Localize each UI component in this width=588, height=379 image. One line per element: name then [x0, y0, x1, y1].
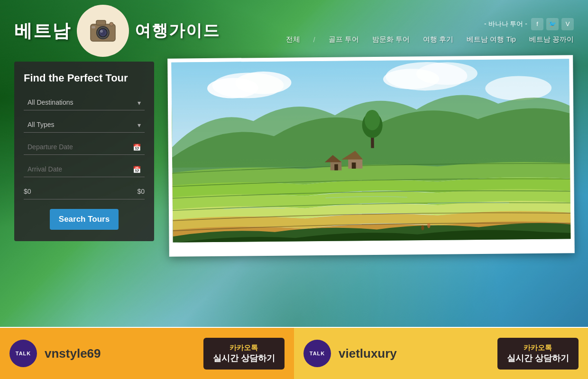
- hero-image-frame: [167, 55, 575, 256]
- panel-title: Find the Perfect Tour: [24, 72, 145, 84]
- main-content: Find the Perfect Tour All Destinations H…: [0, 62, 588, 255]
- logo-area: 베트남 여행가이드: [14, 5, 220, 57]
- header: 베트남 여행가이드: [0, 0, 588, 62]
- kakao-bottom-left: 실시간 상담하기: [213, 352, 275, 364]
- kakao-bottom-right: 실시간 상담하기: [507, 352, 569, 364]
- kakao-talk-left-icon: TALK: [9, 340, 37, 367]
- banner-right: TALK vietluxury 카카오톡 실시간 상담하기: [294, 328, 588, 379]
- type-select[interactable]: All Types Cultural Adventure Beach Golf …: [24, 117, 145, 133]
- destination-select[interactable]: All Destinations Ha Noi Ho Chi Minh Da N…: [24, 95, 145, 110]
- logo-text-left: 베트남: [14, 19, 71, 43]
- talk-label-left: TALK: [16, 351, 31, 356]
- bottom-banners: TALK vnstyle69 카카오톡 실시간 상담하기 TALK vietlu…: [0, 328, 588, 379]
- talk-label-right: TALK: [310, 351, 325, 356]
- username-left: vnstyle69: [45, 346, 196, 361]
- nav-review[interactable]: 여행 후기: [423, 35, 453, 44]
- nav-nightlife[interactable]: 밤문화 투어: [372, 35, 410, 44]
- social-icons: f 🐦 V: [531, 18, 574, 30]
- top-bar: - 바나나 투어 - f 🐦 V: [484, 18, 574, 30]
- price-min-label: $0: [24, 188, 31, 195]
- departure-field: 📅: [24, 139, 145, 155]
- svg-rect-6: [92, 26, 95, 28]
- twitter-icon[interactable]: 🐦: [546, 18, 559, 30]
- arrival-input[interactable]: [24, 162, 145, 177]
- tagline-text: - 바나나 투어 -: [484, 20, 527, 28]
- hero-image-container: [168, 57, 574, 255]
- kakao-top-left: 카카오톡: [213, 343, 275, 352]
- price-range-row: $0 $0: [24, 184, 145, 199]
- nav-golf[interactable]: 골프 투어: [329, 35, 359, 44]
- nav-all[interactable]: 전체: [286, 35, 300, 44]
- facebook-icon[interactable]: f: [531, 18, 543, 30]
- username-right: vietluxury: [339, 346, 490, 361]
- kakao-talk-right-icon: TALK: [303, 340, 331, 367]
- logo-text-right: 여행가이드: [135, 20, 220, 42]
- departure-input[interactable]: [24, 139, 145, 155]
- banner-left: TALK vnstyle69 카카오톡 실시간 상담하기: [0, 328, 294, 379]
- svg-point-5: [110, 22, 113, 26]
- nav-congcai[interactable]: 베트남 꽁까이: [529, 35, 574, 44]
- svg-rect-21: [334, 164, 338, 171]
- vimeo-icon[interactable]: V: [561, 18, 574, 30]
- nav-tip[interactable]: 베트남 여행 Tip: [467, 35, 516, 44]
- type-field: All Types Cultural Adventure Beach Golf …: [24, 117, 145, 133]
- kakao-button-right[interactable]: 카카오톡 실시간 상담하기: [497, 338, 579, 370]
- kakao-button-left[interactable]: 카카오톡 실시간 상담하기: [203, 338, 285, 370]
- hero-image: [171, 59, 570, 242]
- price-max-label: $0: [137, 188, 145, 195]
- nav-menu: 전체 / 골프 투어 밤문화 투어 여행 후기 베트남 여행 Tip 베트남 꽁…: [286, 35, 574, 44]
- destination-field: All Destinations Ha Noi Ho Chi Minh Da N…: [24, 95, 145, 110]
- kakao-top-right: 카카오톡: [507, 343, 569, 352]
- svg-rect-24: [352, 162, 356, 169]
- svg-rect-4: [96, 20, 106, 25]
- search-panel: Find the Perfect Tour All Destinations H…: [14, 62, 154, 241]
- arrival-field: 📅: [24, 162, 145, 177]
- header-right: - 바나나 투어 - f 🐦 V 전체 / 골프 투어 밤문화 투어 여행 후기…: [286, 18, 574, 44]
- logo-camera-icon: [77, 5, 129, 57]
- search-tours-button[interactable]: Search Tours: [50, 209, 119, 230]
